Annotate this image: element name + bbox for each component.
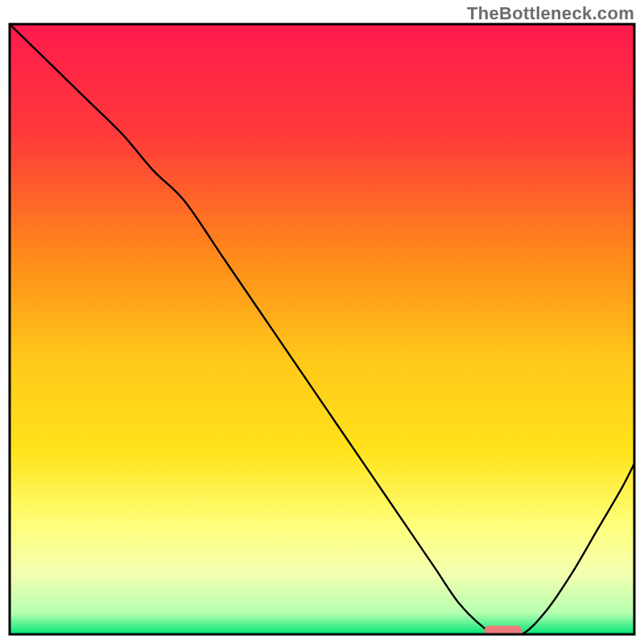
bottleneck-chart [0, 0, 644, 644]
root: TheBottleneck.com [0, 0, 644, 644]
attribution-label: TheBottleneck.com [467, 3, 634, 24]
